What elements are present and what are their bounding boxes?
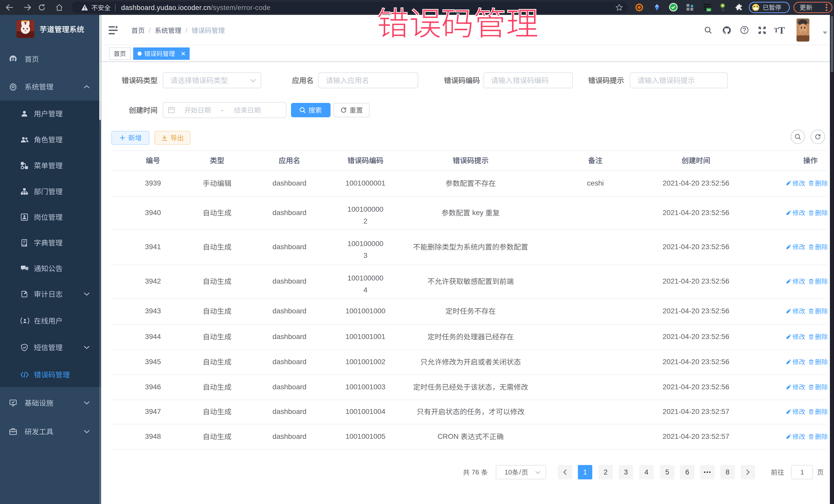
svg-text:on: on: [707, 8, 710, 11]
